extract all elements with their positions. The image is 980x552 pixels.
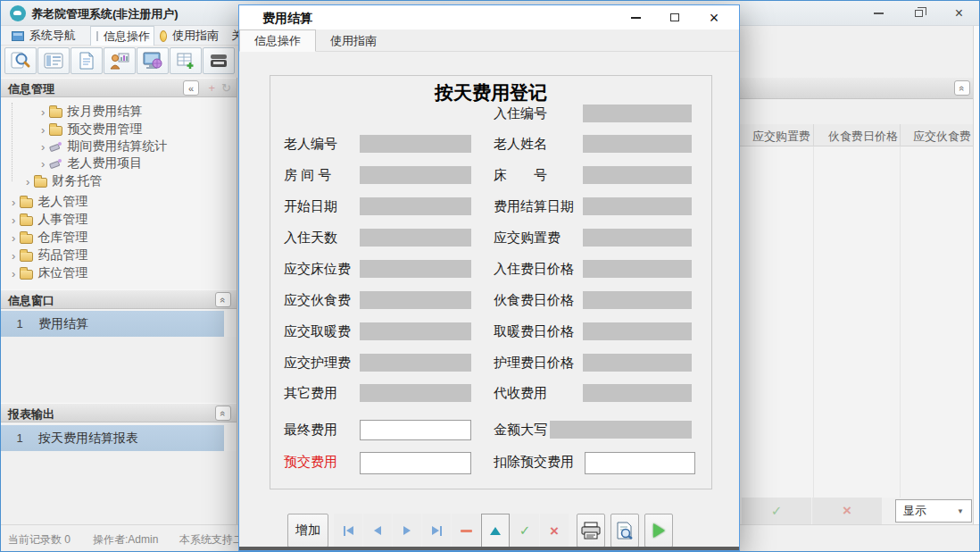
sidebar-empty-zone — [1, 337, 237, 403]
monitor-button[interactable] — [137, 47, 169, 74]
prev-record-button[interactable] — [363, 514, 392, 548]
panel-title: 报表输出 — [8, 406, 54, 422]
tab-info-operation[interactable]: 信息操作 — [90, 26, 154, 46]
search-button[interactable] — [4, 47, 37, 74]
dialog-toolbar: 增加 ✓ × — [239, 509, 739, 548]
heating-fee-field — [360, 322, 471, 340]
deduct-prepaid-fee-input[interactable] — [585, 452, 695, 474]
first-record-button[interactable] — [334, 514, 362, 548]
expand-chevron-icon: › — [41, 158, 45, 170]
prepaid-fee-input[interactable] — [360, 452, 471, 474]
folder-icon — [20, 216, 33, 226]
daily-fee-form: 按天费用登记 入住编号 老人编号 老人姓名 房 间 号 床 号 — [270, 75, 712, 489]
tree-item-bed-management[interactable]: › 床位管理 — [12, 264, 87, 282]
tree-item-elder-management[interactable]: › 老人管理 — [12, 193, 87, 211]
field-label: 床 号 — [494, 165, 547, 185]
field-label: 护理费日价格 — [494, 353, 574, 372]
collapse-panel-button[interactable]: « — [215, 406, 231, 421]
user-report-button[interactable] — [104, 47, 136, 74]
field-label: 入住费日价格 — [494, 259, 574, 279]
column-header[interactable]: 应交伙食费 — [913, 129, 971, 145]
field-label: 应交取暖费 — [284, 322, 351, 341]
close-button[interactable]: × — [939, 1, 979, 26]
tree-item-medicine-management[interactable]: › 药品管理 — [12, 247, 87, 264]
expand-chevron-icon: › — [26, 176, 29, 188]
folder-icon — [49, 126, 62, 136]
tree-item-hr-management[interactable]: › 人事管理 — [12, 211, 87, 229]
tree-item-period-fee-stats[interactable]: › 期间费用结算统计 — [41, 138, 167, 155]
document-button[interactable] — [71, 47, 103, 74]
restore-icon — [915, 10, 923, 17]
printer-tray-button[interactable] — [203, 47, 235, 74]
tab-about-partial[interactable]: 关 — [226, 26, 238, 46]
tree-guide-line — [12, 103, 12, 181]
daily-heating-price-field — [583, 322, 692, 340]
tab-system-nav[interactable]: 系统导航 — [6, 26, 88, 46]
insert-record-button[interactable] — [481, 514, 510, 548]
card-view-button[interactable] — [37, 47, 70, 74]
bed-number-field — [583, 166, 692, 184]
info-window-item-fee-settlement[interactable]: 1 费用结算 — [1, 311, 224, 337]
next-record-icon — [403, 526, 411, 535]
expand-chevron-icon: › — [12, 197, 15, 208]
column-header[interactable]: 应交购置费 — [752, 129, 810, 145]
print-preview-button[interactable] — [610, 514, 639, 548]
cancel-edit-icon: × — [550, 523, 559, 539]
report-item-daily-fee-report[interactable]: 1 按天费用结算报表 — [1, 425, 224, 451]
tree-item-elder-fee-items[interactable]: › 老人费用项目 — [41, 155, 142, 172]
list-item-index: 1 — [1, 317, 38, 330]
background-cancel-button[interactable]: × — [812, 498, 882, 524]
field-label: 扣除预交费用 — [494, 452, 574, 472]
monitor-icon — [143, 52, 162, 70]
workspace-panel-header: « — [740, 78, 980, 99]
display-dropdown[interactable]: 显示 ▼ — [895, 499, 972, 523]
minimize-button[interactable] — [859, 1, 899, 26]
delete-record-button[interactable] — [452, 514, 480, 548]
window-nav-icon — [12, 31, 24, 41]
add-icon[interactable]: + — [208, 81, 215, 95]
refresh-icon[interactable]: ↻ — [221, 81, 231, 95]
search-icon — [10, 51, 31, 71]
support-text: 本系统支持二 — [179, 532, 244, 548]
prev-record-icon — [374, 526, 381, 535]
column-header[interactable]: 伙食费日价格 — [828, 129, 898, 145]
printer-tray-icon — [209, 53, 228, 69]
collapse-sidebar-button[interactable]: « — [183, 80, 199, 96]
tree-item-warehouse-management[interactable]: › 仓库管理 — [12, 229, 87, 247]
app-logo-icon — [10, 5, 26, 21]
dialog-tab-info-operation[interactable]: 信息操作 — [239, 29, 316, 52]
print-button[interactable] — [577, 514, 605, 548]
run-button[interactable] — [644, 514, 673, 548]
dialog-maximize-button[interactable] — [655, 5, 694, 29]
dialog-minimize-button[interactable] — [616, 5, 655, 29]
last-record-button[interactable] — [422, 514, 451, 548]
elder-id-field — [360, 135, 471, 153]
tree-item-monthly-fee[interactable]: › 按月费用结算 — [41, 103, 142, 121]
tree-item-finance-trust[interactable]: › 财务托管 — [26, 172, 102, 190]
grid-icon — [96, 31, 98, 41]
tree-item-prepaid-fee[interactable]: › 预交费用管理 — [41, 121, 142, 138]
grid-body — [740, 146, 980, 498]
close-icon: × — [955, 6, 963, 21]
final-fee-input[interactable] — [360, 420, 471, 440]
user-report-icon — [110, 52, 129, 70]
tab-user-guide[interactable]: 使用指南 — [154, 26, 224, 46]
tree-item-label: 按月费用结算 — [67, 104, 142, 120]
collapse-panel-button[interactable]: « — [954, 80, 970, 96]
add-button[interactable]: 增加 — [287, 514, 328, 548]
table-add-button[interactable] — [170, 47, 202, 74]
field-label: 房 间 号 — [284, 165, 331, 185]
cancel-edit-button[interactable]: × — [540, 514, 569, 548]
form-row: 老人编号 老人姓名 — [270, 134, 711, 157]
expand-chevron-icon: › — [12, 214, 15, 226]
next-record-button[interactable] — [393, 514, 421, 548]
collapse-panel-button[interactable]: « — [215, 292, 231, 307]
dialog-close-button[interactable]: × — [694, 5, 734, 29]
restore-button[interactable] — [899, 1, 939, 26]
expand-chevron-icon: › — [41, 141, 45, 153]
dialog-tab-user-guide[interactable]: 使用指南 — [316, 29, 391, 52]
run-icon — [653, 523, 665, 538]
post-edit-button[interactable]: ✓ — [511, 514, 539, 548]
background-confirm-button[interactable]: ✓ — [742, 498, 811, 524]
field-label: 费用结算日期 — [494, 197, 574, 216]
